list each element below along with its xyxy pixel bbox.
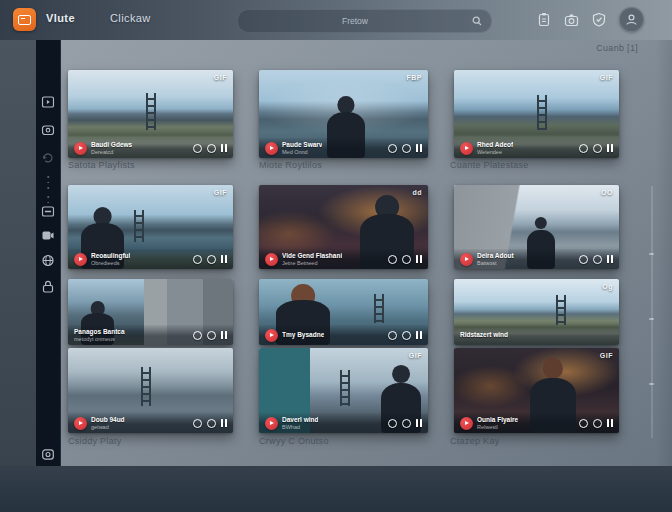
- ring-icon[interactable]: [593, 144, 602, 153]
- ring-icon[interactable]: [207, 331, 216, 340]
- search-bar[interactable]: [237, 9, 492, 33]
- card-controls: [193, 419, 227, 428]
- ring-icon[interactable]: [402, 331, 411, 340]
- ring-icon[interactable]: [207, 144, 216, 153]
- pause-icon[interactable]: [416, 419, 422, 427]
- channel-avatar: [265, 417, 278, 430]
- user-avatar[interactable]: [619, 7, 644, 32]
- ring-icon[interactable]: [388, 419, 397, 428]
- video-card[interactable]: Panagos Bantcametodyt onmeus: [68, 279, 233, 345]
- play-icon: [270, 333, 274, 337]
- card-info-bar: Deira AdoutBatwost: [454, 249, 619, 269]
- ring-icon[interactable]: [193, 144, 202, 153]
- scrollbar-tick[interactable]: [649, 318, 654, 320]
- scrollbar-track[interactable]: [651, 186, 653, 438]
- video-card[interactable]: GIF Rhed AdeofWetendee: [454, 70, 619, 158]
- card-caption: Csiddy Platy: [68, 436, 122, 446]
- ring-icon[interactable]: [579, 419, 588, 428]
- ring-icon[interactable]: [402, 255, 411, 264]
- pause-icon[interactable]: [607, 255, 613, 263]
- clipboard-icon[interactable]: [537, 12, 551, 27]
- app-logo[interactable]: [13, 8, 36, 31]
- card-title: Panagos Bantca: [74, 328, 125, 335]
- pause-icon[interactable]: [607, 419, 613, 427]
- video-card[interactable]: GIF Daverl windBWhad: [259, 348, 428, 433]
- channel-avatar: [74, 253, 87, 266]
- pause-icon[interactable]: [416, 331, 422, 339]
- nav-link[interactable]: Clickaw: [110, 12, 151, 24]
- camera-icon[interactable]: [564, 13, 579, 27]
- pause-icon[interactable]: [221, 255, 227, 263]
- card-controls: [193, 331, 227, 340]
- card-subtitle: Med Onnd: [282, 149, 322, 155]
- format-badge: GIF: [409, 352, 422, 359]
- format-badge: GIF: [214, 74, 227, 81]
- card-info-bar: Tmy Bysadne: [259, 325, 428, 345]
- globe-icon[interactable]: [42, 254, 55, 267]
- card-title: Baudi Gdews: [91, 141, 132, 148]
- sort-filter-label[interactable]: Cuanb [1]: [596, 43, 638, 53]
- card-subtitle: Wetendee: [477, 149, 513, 155]
- ring-icon[interactable]: [593, 255, 602, 264]
- ring-icon[interactable]: [579, 144, 588, 153]
- card-title: Ridstazert wind: [460, 331, 508, 338]
- bottom-panel: [0, 466, 672, 512]
- video-card[interactable]: Tmy Bysadne: [259, 279, 428, 345]
- video-card[interactable]: GIF ReoaulingfulObredieeds: [68, 185, 233, 269]
- ring-icon[interactable]: [388, 144, 397, 153]
- ring-icon[interactable]: [193, 255, 202, 264]
- ring-icon[interactable]: [402, 419, 411, 428]
- card-caption: Cuante Platestase: [450, 160, 529, 170]
- card-subtitle: Obredieeds: [91, 260, 130, 266]
- ring-icon[interactable]: [593, 419, 602, 428]
- video-card[interactable]: Doub 94udgetwad: [68, 348, 233, 433]
- card-title: Vide Gend Flashani: [282, 252, 342, 259]
- scrollbar-tick[interactable]: [649, 253, 654, 255]
- card-info-bar: Rhed AdeofWetendee: [454, 138, 619, 158]
- dots-separator: [47, 176, 49, 189]
- pause-icon[interactable]: [221, 331, 227, 339]
- ring-icon[interactable]: [193, 331, 202, 340]
- video-library-icon[interactable]: [42, 96, 55, 108]
- settings-icon[interactable]: [42, 448, 55, 461]
- play-icon: [465, 146, 469, 150]
- card-controls: [388, 144, 422, 153]
- brand-name[interactable]: Vlute: [46, 12, 75, 24]
- video-card[interactable]: Og Ridstazert wind: [454, 279, 619, 345]
- play-icon: [79, 421, 83, 425]
- card-controls: [388, 331, 422, 340]
- pause-icon[interactable]: [416, 144, 422, 152]
- video-card[interactable]: dd Vide Gend FlashaniJetne Betneed: [259, 185, 428, 269]
- card-title: Paude Swarv: [282, 141, 322, 148]
- history-icon[interactable]: [42, 152, 55, 164]
- camcorder-icon[interactable]: [42, 230, 55, 241]
- ring-icon[interactable]: [402, 144, 411, 153]
- card-subtitle: Jetne Betneed: [282, 260, 342, 266]
- card-info-bar: Panagos Bantcametodyt onmeus: [68, 325, 233, 345]
- card-info-bar: Ounia FlyaireRelwestl: [454, 413, 619, 433]
- ring-icon[interactable]: [207, 255, 216, 264]
- badge-icon[interactable]: [42, 206, 55, 217]
- ring-icon[interactable]: [207, 419, 216, 428]
- video-card[interactable]: OO Deira AdoutBatwost: [454, 185, 619, 269]
- search-icon[interactable]: [472, 16, 482, 26]
- scrollbar-tick[interactable]: [649, 383, 654, 385]
- format-badge: Og: [602, 283, 613, 290]
- camera-rounded-icon[interactable]: [42, 124, 55, 136]
- pause-icon[interactable]: [416, 255, 422, 263]
- card-controls: [193, 255, 227, 264]
- card-title: Rhed Adeof: [477, 141, 513, 148]
- pause-icon[interactable]: [607, 144, 613, 152]
- shield-check-icon[interactable]: [592, 12, 606, 27]
- search-input[interactable]: [238, 15, 472, 27]
- pause-icon[interactable]: [221, 419, 227, 427]
- ring-icon[interactable]: [193, 419, 202, 428]
- pause-icon[interactable]: [221, 144, 227, 152]
- ring-icon[interactable]: [579, 255, 588, 264]
- ring-icon[interactable]: [388, 331, 397, 340]
- video-card[interactable]: GIF Ounia FlyaireRelwestl: [454, 348, 619, 433]
- lock-icon[interactable]: [42, 280, 54, 293]
- video-card[interactable]: GIF Baudi GdewsDereatcd: [68, 70, 233, 158]
- ring-icon[interactable]: [388, 255, 397, 264]
- video-card[interactable]: FBP Paude SwarvMed Onnd: [259, 70, 428, 158]
